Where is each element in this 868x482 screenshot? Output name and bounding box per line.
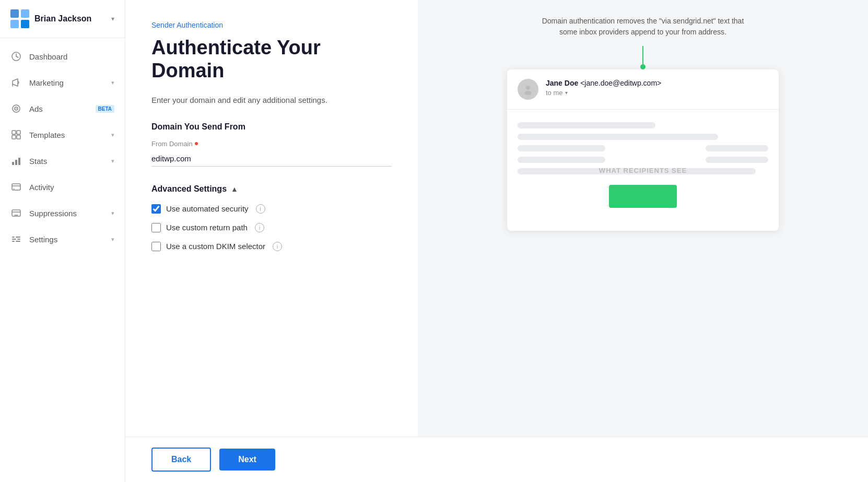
skeleton-row-1 <box>518 145 768 151</box>
sidebar-item-settings[interactable]: Settings ▾ <box>0 226 125 252</box>
checkbox-custom-dkim-input[interactable] <box>151 242 161 251</box>
footer: Back Next <box>125 437 868 482</box>
svg-point-25 <box>524 91 532 95</box>
next-button[interactable]: Next <box>219 449 275 471</box>
marketing-chevron: ▾ <box>111 79 114 86</box>
marketing-icon <box>10 77 22 88</box>
ads-label: Ads <box>29 104 86 113</box>
email-body: WHAT RECIPIENTS SEE <box>507 110 779 231</box>
email-to-line: to me ▾ <box>546 89 661 97</box>
domain-field-group: From Domain <box>151 140 392 167</box>
domain-input[interactable] <box>151 151 392 167</box>
stats-chevron: ▾ <box>111 158 114 164</box>
skeleton-quarter-1 <box>706 145 768 151</box>
stats-label: Stats <box>29 157 104 166</box>
user-name: Brian Jackson <box>34 14 106 23</box>
svg-rect-20 <box>12 241 15 242</box>
sidebar-item-suppressions[interactable]: Suppressions ▾ <box>0 200 125 226</box>
ads-icon <box>10 103 22 114</box>
domain-field-label: From Domain <box>151 140 392 148</box>
svg-rect-14 <box>18 158 20 165</box>
advanced-settings-toggle[interactable]: Advanced Settings ▲ <box>151 184 392 194</box>
advanced-toggle-arrow: ▲ <box>231 185 238 193</box>
advanced-settings-label: Advanced Settings <box>151 184 227 194</box>
svg-rect-1 <box>21 9 29 18</box>
sender-name: Jane Doe <box>546 79 578 87</box>
email-sender-info: Jane Doe <jane.doe@editwp.com> to me ▾ <box>546 79 661 97</box>
sidebar-item-marketing[interactable]: Marketing ▾ <box>0 69 125 96</box>
skeleton-line-1 <box>518 122 655 128</box>
activity-icon <box>10 181 22 193</box>
activity-label: Activity <box>29 183 114 192</box>
svg-rect-0 <box>10 9 19 18</box>
templates-chevron: ▾ <box>111 132 114 138</box>
required-indicator <box>195 142 198 145</box>
brand-logo <box>10 9 29 28</box>
marketing-label: Marketing <box>29 78 104 87</box>
sender-avatar <box>518 79 538 100</box>
skeleton-half-2 <box>518 157 605 163</box>
checkbox-custom-dkim-label: Use a custom DKIM selector <box>166 242 265 251</box>
main-content: Sender Authentication Authenticate YourD… <box>125 0 868 482</box>
checkbox-custom-return-path-label: Use custom return path <box>166 223 248 232</box>
svg-rect-22 <box>17 239 20 240</box>
form-panel: Sender Authentication Authenticate YourD… <box>125 0 418 437</box>
page-title: Authenticate YourDomain <box>151 37 392 82</box>
email-header: Jane Doe <jane.doe@editwp.com> to me ▾ <box>507 69 779 110</box>
user-menu-chevron: ▾ <box>111 15 114 22</box>
ads-beta-badge: BETA <box>96 105 114 113</box>
sidebar-item-activity[interactable]: Activity <box>0 174 125 200</box>
svg-rect-18 <box>12 237 15 238</box>
suppressions-icon <box>10 207 22 219</box>
preview-caption: Domain authentication removes the "via s… <box>533 16 753 38</box>
svg-rect-11 <box>17 135 20 139</box>
email-sender-line: Jane Doe <jane.doe@editwp.com> <box>546 79 661 87</box>
sidebar-item-ads[interactable]: Ads BETA <box>0 96 125 122</box>
checkbox-automated-security-label: Use automated security <box>166 204 249 213</box>
sender-email: <jane.doe@editwp.com> <box>580 79 661 87</box>
fake-cta-button <box>609 185 677 208</box>
section-title: Domain You Send From <box>151 122 392 132</box>
pointer-dot <box>640 64 646 69</box>
svg-rect-8 <box>12 131 16 134</box>
svg-rect-21 <box>16 237 20 238</box>
svg-rect-13 <box>15 160 17 165</box>
main-nav: Dashboard Marketing ▾ <box>0 38 125 482</box>
svg-rect-15 <box>12 184 20 190</box>
skeleton-quarter-2 <box>706 157 768 163</box>
checkbox-automated-security-input[interactable] <box>151 204 161 214</box>
custom-dkim-info-icon[interactable]: i <box>273 242 282 251</box>
svg-point-24 <box>526 86 530 90</box>
templates-label: Templates <box>29 131 104 139</box>
sidebar-item-templates[interactable]: Templates ▾ <box>0 122 125 148</box>
templates-icon <box>10 129 22 140</box>
checkbox-custom-return-path[interactable]: Use custom return path i <box>151 223 392 232</box>
pointer-annotation <box>640 46 646 69</box>
settings-chevron: ▾ <box>111 236 114 243</box>
advanced-settings-section: Advanced Settings ▲ Use automated securi… <box>151 184 392 261</box>
breadcrumb: Sender Authentication <box>151 21 392 29</box>
custom-return-path-info-icon[interactable]: i <box>255 223 264 232</box>
settings-icon <box>10 233 22 245</box>
page-subtitle: Enter your domain and edit any additiona… <box>151 95 392 107</box>
email-preview-card: Jane Doe <jane.doe@editwp.com> to me ▾ <box>507 69 779 231</box>
back-button[interactable]: Back <box>151 448 211 472</box>
svg-rect-10 <box>12 135 16 139</box>
settings-label: Settings <box>29 235 104 244</box>
svg-rect-23 <box>16 241 20 242</box>
automated-security-info-icon[interactable]: i <box>256 204 265 214</box>
user-menu[interactable]: Brian Jackson ▾ <box>0 0 125 38</box>
checkbox-automated-security[interactable]: Use automated security i <box>151 204 392 214</box>
dashboard-label: Dashboard <box>29 52 114 61</box>
sidebar-item-stats[interactable]: Stats ▾ <box>0 148 125 174</box>
preview-panel: Domain authentication removes the "via s… <box>418 0 868 437</box>
checkbox-custom-return-path-input[interactable] <box>151 223 161 232</box>
stats-icon <box>10 155 22 167</box>
svg-point-7 <box>16 108 17 109</box>
content-area: Sender Authentication Authenticate YourD… <box>125 0 868 437</box>
svg-rect-3 <box>21 20 29 28</box>
sidebar-item-dashboard[interactable]: Dashboard <box>0 43 125 69</box>
checkbox-custom-dkim[interactable]: Use a custom DKIM selector i <box>151 242 392 251</box>
skeleton-half-1 <box>518 145 605 151</box>
svg-point-16 <box>14 189 15 190</box>
